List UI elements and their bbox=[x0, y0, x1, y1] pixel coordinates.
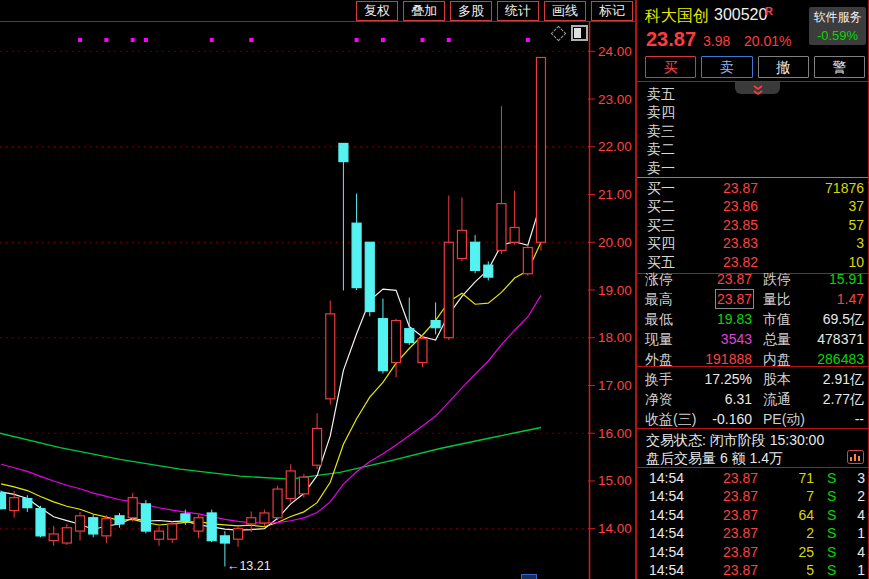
candle-3[interactable] bbox=[36, 509, 45, 536]
quote-panel: 科大国创 300520 R 软件服务 -0.59% 23.87 3.98 20.… bbox=[635, 0, 869, 579]
candle-13[interactable] bbox=[168, 524, 177, 539]
candle-5[interactable] bbox=[62, 528, 71, 543]
candle-31[interactable] bbox=[405, 329, 414, 343]
candle-6[interactable] bbox=[76, 516, 85, 531]
trade-button-警[interactable]: 警 bbox=[814, 56, 865, 78]
candle-7[interactable] bbox=[89, 518, 98, 534]
candle-32[interactable] bbox=[418, 339, 427, 363]
candle-10[interactable] bbox=[128, 498, 137, 518]
toolbar-button-6[interactable]: 标记 bbox=[591, 1, 633, 21]
stat-value: 收益(三) bbox=[645, 411, 696, 429]
stat-value: -0.160 bbox=[712, 411, 752, 427]
candle-26[interactable] bbox=[339, 143, 348, 161]
candle-23[interactable] bbox=[299, 477, 308, 494]
candle-0[interactable] bbox=[0, 493, 6, 509]
trade-button-卖[interactable]: 卖 bbox=[701, 56, 752, 78]
trade-buttons: 买卖撤警 bbox=[645, 56, 865, 78]
toolbar-divider bbox=[0, 21, 635, 22]
candle-14[interactable] bbox=[181, 514, 190, 521]
trade-button-买[interactable]: 买 bbox=[645, 56, 696, 78]
y-axis-label: 18.00 bbox=[598, 330, 632, 345]
stat-value: 总量 bbox=[763, 331, 791, 349]
y-axis-label: 16.00 bbox=[598, 426, 632, 441]
bid-row-1[interactable]: 买一23.8771876 bbox=[637, 180, 868, 198]
event-dot bbox=[210, 38, 214, 42]
stat-value[interactable]: 23.87 bbox=[717, 291, 752, 307]
event-dot bbox=[144, 38, 148, 42]
stat-value: 换手 bbox=[645, 371, 673, 389]
bottom-peek-tab[interactable] bbox=[521, 574, 537, 579]
y-axis-label: 19.00 bbox=[598, 283, 632, 298]
stat-value: 最高 bbox=[645, 291, 673, 309]
event-dot bbox=[420, 38, 424, 42]
tick-row-4: 14:5423.872S1 bbox=[637, 525, 868, 543]
stat-value: 3543 bbox=[721, 331, 752, 347]
candle-35[interactable] bbox=[457, 230, 466, 258]
stat-value: 19.83 bbox=[717, 311, 752, 327]
trade-state: 交易状态: 闭市阶段 15:30:00 bbox=[646, 432, 824, 450]
stat-value: 最低 bbox=[645, 311, 673, 329]
candle-37[interactable] bbox=[484, 265, 493, 277]
toolbar-button-4[interactable]: 统计 bbox=[497, 1, 539, 21]
bid-row-5[interactable]: 买五23.8210 bbox=[637, 254, 868, 272]
toolbar-button-2[interactable]: 叠加 bbox=[403, 1, 445, 21]
candle-12[interactable] bbox=[155, 531, 164, 539]
candle-20[interactable] bbox=[260, 513, 269, 523]
candle-4[interactable] bbox=[49, 534, 58, 541]
candle-17[interactable] bbox=[220, 536, 229, 543]
kline-chart-area[interactable]: 24.0023.0022.0021.0020.0019.0018.0017.00… bbox=[0, 0, 635, 579]
candle-9[interactable] bbox=[115, 516, 124, 524]
candle-38[interactable] bbox=[497, 204, 506, 251]
event-dot bbox=[355, 38, 359, 42]
candle-29[interactable] bbox=[378, 319, 387, 371]
panel-layout-icon[interactable] bbox=[571, 25, 588, 41]
candle-11[interactable] bbox=[141, 504, 150, 531]
stat-value: 15.91 bbox=[829, 271, 864, 287]
toolbar-button-5[interactable]: 画线 bbox=[544, 1, 586, 21]
stock-name: 科大国创 bbox=[645, 6, 709, 27]
stat-value: 流通 bbox=[763, 391, 791, 409]
ask-row-2[interactable]: 卖四 bbox=[637, 104, 868, 122]
bid-row-4[interactable]: 买四23.833 bbox=[637, 235, 868, 253]
stat-value: 净资 bbox=[645, 391, 673, 409]
candle-24[interactable] bbox=[313, 428, 322, 465]
y-axis-label: 24.00 bbox=[598, 44, 632, 59]
candle-16[interactable] bbox=[207, 513, 216, 541]
toolbar-button-3[interactable]: 多股 bbox=[450, 1, 492, 21]
candle-1[interactable] bbox=[10, 498, 19, 511]
candle-25[interactable] bbox=[326, 314, 335, 399]
candle-15[interactable] bbox=[194, 518, 203, 531]
y-axis-label: 15.00 bbox=[598, 473, 632, 488]
ask-row-1[interactable]: 卖五 bbox=[637, 86, 868, 104]
ask-row-5[interactable]: 卖一 bbox=[637, 160, 868, 178]
ask-row-3[interactable]: 卖三 bbox=[637, 123, 868, 141]
last-price: 23.87 bbox=[646, 28, 696, 51]
candle-28[interactable] bbox=[365, 242, 374, 311]
ma10-line bbox=[1, 242, 541, 526]
candle-27[interactable] bbox=[352, 223, 361, 287]
candle-40[interactable] bbox=[523, 248, 532, 274]
candle-41[interactable] bbox=[536, 58, 545, 243]
candle-33[interactable] bbox=[431, 321, 440, 328]
candle-39[interactable] bbox=[510, 227, 519, 242]
sector-quote[interactable]: 软件服务 -0.59% bbox=[809, 7, 866, 45]
candle-19[interactable] bbox=[247, 518, 256, 524]
stock-code: 300520 bbox=[714, 6, 767, 24]
candle-18[interactable] bbox=[234, 529, 243, 540]
candle-30[interactable] bbox=[392, 321, 401, 363]
candle-2[interactable] bbox=[23, 499, 32, 508]
candle-34[interactable] bbox=[444, 242, 453, 337]
stat-value: 涨停 bbox=[645, 271, 673, 289]
stat-value: 17.25% bbox=[705, 371, 752, 387]
ask-row-4[interactable]: 卖二 bbox=[637, 141, 868, 159]
candle-36[interactable] bbox=[471, 242, 480, 270]
after-hours-chart-icon[interactable] bbox=[847, 450, 864, 468]
bid-row-2[interactable]: 买二23.8637 bbox=[637, 198, 868, 216]
candle-8[interactable] bbox=[102, 519, 111, 536]
toolbar-button-1[interactable]: 复权 bbox=[356, 1, 398, 21]
trade-button-撤[interactable]: 撤 bbox=[758, 56, 809, 78]
candle-21[interactable] bbox=[273, 489, 282, 518]
bid-row-3[interactable]: 买三23.8557 bbox=[637, 217, 868, 235]
kline-chart[interactable]: 24.0023.0022.0021.0020.0019.0018.0017.00… bbox=[0, 0, 635, 579]
candle-22[interactable] bbox=[286, 471, 295, 499]
